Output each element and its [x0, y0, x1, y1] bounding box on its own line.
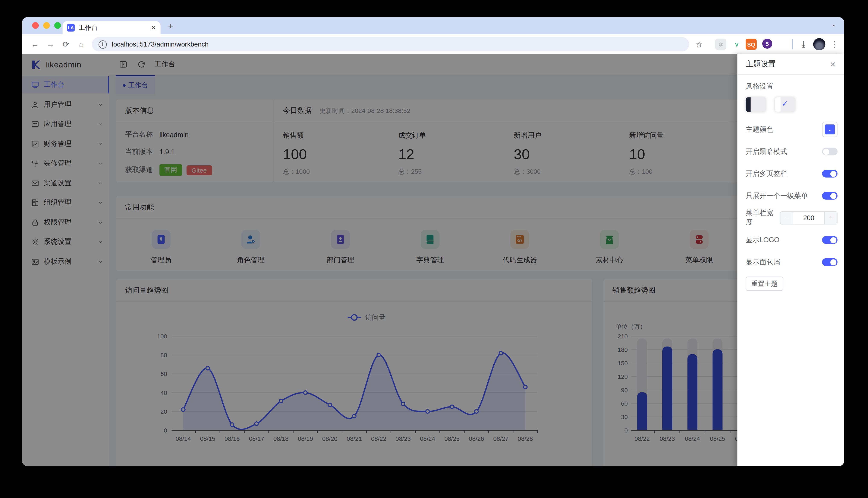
bookmark-star-icon[interactable]: ☆ — [694, 39, 704, 49]
style-section-label: 风格设置 — [745, 82, 774, 91]
browser-tab[interactable]: LA 工作台 ✕ — [63, 21, 161, 34]
vue-extension-icon[interactable]: V — [731, 39, 742, 50]
stepper-plus-button[interactable]: + — [825, 212, 837, 224]
home-icon[interactable]: ⌂ — [76, 39, 87, 49]
style-option-dark-sidebar[interactable] — [745, 97, 765, 112]
tab-favicon: LA — [67, 24, 75, 31]
drawer-row-开启多页签栏: 开启多页签栏 — [745, 163, 838, 183]
drawer-row-显示面包屑: 显示面包屑 — [745, 252, 838, 272]
drawer-row-label: 主题颜色 — [745, 124, 822, 134]
toggle-只展开一个一级菜单[interactable] — [822, 192, 838, 199]
drawer-title: 主题设置 — [745, 59, 830, 69]
drawer-row-label: 菜单栏宽度 — [745, 208, 780, 227]
stepper-minus-button[interactable]: − — [780, 212, 793, 224]
browser-tabstrip: LA 工作台 ✕ + ⌄ — [22, 17, 844, 34]
drawer-row-只展开一个一级菜单: 只展开一个一级菜单 — [745, 186, 838, 206]
toggle-knob — [830, 259, 837, 265]
browser-window: LA 工作台 ✕ + ⌄ ← → ⟳ ⌂ i localhost:5173/ad… — [22, 17, 844, 466]
tab-search-chevron-icon[interactable]: ⌄ — [832, 22, 837, 28]
address-bar[interactable]: i localhost:5173/admin/workbench — [92, 37, 689, 51]
modal-overlay[interactable] — [22, 54, 844, 466]
gem5-extension-icon[interactable]: 5 — [762, 39, 772, 49]
toggle-knob — [830, 193, 837, 199]
theme-settings-drawer: 主题设置 ✕ 风格设置 ✓ 主题颜色⌄开启黑暗模式开启多页签栏只展开一个一级菜单… — [737, 54, 844, 466]
site-info-icon[interactable]: i — [99, 40, 107, 49]
tab-close-icon[interactable]: ✕ — [151, 24, 156, 31]
react-extension-icon[interactable]: ⚛ — [715, 39, 726, 50]
url-text: localhost:5173/admin/workbench — [112, 40, 209, 48]
download-icon[interactable]: ⭳ — [799, 39, 809, 49]
theme-color-swatch: ⌄ — [825, 124, 835, 134]
drawer-row-开启黑暗模式: 开启黑暗模式 — [745, 142, 838, 161]
profile-avatar[interactable] — [813, 38, 825, 50]
drawer-row-菜单栏宽度: 菜单栏宽度 − 200 + — [745, 208, 838, 228]
drawer-row-label: 只展开一个一级菜单 — [745, 191, 822, 200]
browser-toolbar: ← → ⟳ ⌂ i localhost:5173/admin/workbench… — [22, 34, 844, 55]
toggle-显示LOGO[interactable] — [822, 236, 838, 244]
toggle-knob — [830, 171, 837, 177]
style-option-light-sidebar[interactable]: ✓ — [775, 97, 795, 112]
menu-dots-icon[interactable]: ⋮ — [830, 39, 840, 49]
drawer-row-显示LOGO: 显示LOGO — [745, 230, 838, 250]
toggle-knob — [823, 148, 829, 155]
new-tab-button[interactable]: + — [168, 21, 173, 30]
theme-color-picker[interactable]: ⌄ — [822, 122, 838, 137]
selected-check-icon: ✓ — [782, 99, 788, 108]
reset-theme-button[interactable]: 重置主题 — [745, 276, 783, 291]
stepper-value[interactable]: 200 — [793, 212, 825, 224]
toggle-knob — [830, 237, 837, 243]
forward-icon[interactable]: → — [46, 39, 55, 49]
toggle-开启黑暗模式[interactable] — [822, 148, 838, 155]
drawer-header: 主题设置 ✕ — [737, 54, 844, 75]
drawer-close-icon[interactable]: ✕ — [830, 60, 836, 68]
dark-sidebar-preview — [745, 97, 751, 112]
window-close-button[interactable] — [32, 22, 39, 29]
drawer-row-label: 开启多页签栏 — [745, 169, 822, 179]
drawer-row-label: 显示面包屑 — [745, 257, 822, 267]
toggle-显示面包屑[interactable] — [822, 258, 838, 266]
screen: LA 工作台 ✕ + ⌄ ← → ⟳ ⌂ i localhost:5173/ad… — [0, 0, 868, 498]
drawer-row-label: 显示LOGO — [745, 235, 822, 245]
toggle-开启多页签栏[interactable] — [822, 170, 838, 178]
window-zoom-button[interactable] — [54, 22, 61, 29]
sq-extension-icon[interactable]: SQ — [745, 39, 757, 50]
drawer-row-label: 开启黑暗模式 — [745, 147, 822, 156]
light-sidebar-preview — [775, 97, 781, 112]
tab-title: 工作台 — [79, 24, 151, 32]
menu-width-stepper: − 200 + — [780, 211, 838, 224]
window-minimize-button[interactable] — [43, 22, 50, 29]
drawer-row-主题颜色: 主题颜色⌄ — [745, 119, 838, 139]
reload-icon[interactable]: ⟳ — [61, 39, 71, 49]
toolbar-divider — [792, 39, 793, 49]
back-icon[interactable]: ← — [30, 39, 40, 49]
